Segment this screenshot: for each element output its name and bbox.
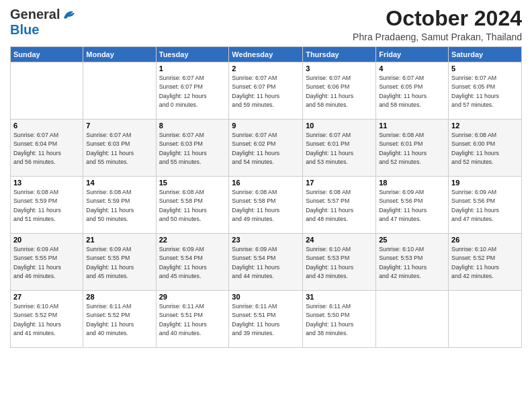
location: Phra Pradaeng, Samut Prakan, Thailand xyxy=(353,32,522,42)
logo-general: General xyxy=(10,7,60,22)
calendar-week-row-3: 13Sunrise: 6:08 AM Sunset: 5:59 PM Dayli… xyxy=(11,177,522,234)
day-info: Sunrise: 6:08 AM Sunset: 5:58 PM Dayligh… xyxy=(159,188,226,224)
day-info: Sunrise: 6:08 AM Sunset: 5:59 PM Dayligh… xyxy=(86,188,152,224)
day-info: Sunrise: 6:08 AM Sunset: 5:58 PM Dayligh… xyxy=(232,188,300,224)
col-friday: Friday xyxy=(376,47,449,62)
day-info: Sunrise: 6:07 AM Sunset: 6:04 PM Dayligh… xyxy=(13,131,80,167)
day-number: 14 xyxy=(86,179,152,187)
day-info: Sunrise: 6:11 AM Sunset: 5:52 PM Dayligh… xyxy=(86,302,152,338)
day-info: Sunrise: 6:09 AM Sunset: 5:56 PM Dayligh… xyxy=(451,188,519,224)
col-thursday: Thursday xyxy=(303,47,376,62)
day-number: 24 xyxy=(306,236,373,244)
day-number: 17 xyxy=(306,179,373,187)
col-saturday: Saturday xyxy=(449,47,522,62)
day-info: Sunrise: 6:10 AM Sunset: 5:52 PM Dayligh… xyxy=(451,245,519,281)
day-number: 18 xyxy=(379,179,445,187)
day-number: 5 xyxy=(451,64,519,73)
day-number: 30 xyxy=(232,293,300,301)
calendar-week-row-2: 6Sunrise: 6:07 AM Sunset: 6:04 PM Daylig… xyxy=(11,120,522,177)
calendar-cell: 7Sunrise: 6:07 AM Sunset: 6:03 PM Daylig… xyxy=(83,120,156,177)
day-number: 6 xyxy=(13,122,80,130)
calendar-cell: 25Sunrise: 6:10 AM Sunset: 5:53 PM Dayli… xyxy=(376,234,449,291)
day-number: 16 xyxy=(232,179,300,187)
day-info: Sunrise: 6:09 AM Sunset: 5:56 PM Dayligh… xyxy=(379,188,445,224)
day-info: Sunrise: 6:10 AM Sunset: 5:53 PM Dayligh… xyxy=(306,245,373,281)
day-info: Sunrise: 6:07 AM Sunset: 6:05 PM Dayligh… xyxy=(451,74,519,109)
day-number: 20 xyxy=(13,236,80,244)
calendar-cell: 4Sunrise: 6:07 AM Sunset: 6:05 PM Daylig… xyxy=(376,62,449,120)
calendar-table: Sunday Monday Tuesday Wednesday Thursday… xyxy=(10,46,522,348)
calendar-header-row: Sunday Monday Tuesday Wednesday Thursday… xyxy=(11,47,522,62)
day-number: 12 xyxy=(451,122,519,130)
day-info: Sunrise: 6:07 AM Sunset: 6:03 PM Dayligh… xyxy=(86,131,152,167)
day-number: 7 xyxy=(86,122,152,130)
calendar-cell: 23Sunrise: 6:09 AM Sunset: 5:54 PM Dayli… xyxy=(229,234,303,291)
day-info: Sunrise: 6:11 AM Sunset: 5:50 PM Dayligh… xyxy=(306,302,373,338)
day-info: Sunrise: 6:07 AM Sunset: 6:07 PM Dayligh… xyxy=(232,74,300,109)
calendar-cell: 1Sunrise: 6:07 AM Sunset: 6:07 PM Daylig… xyxy=(156,62,229,120)
day-number: 13 xyxy=(13,179,80,187)
day-info: Sunrise: 6:11 AM Sunset: 5:51 PM Dayligh… xyxy=(159,302,226,338)
calendar-cell: 6Sunrise: 6:07 AM Sunset: 6:04 PM Daylig… xyxy=(11,120,83,177)
day-info: Sunrise: 6:10 AM Sunset: 5:53 PM Dayligh… xyxy=(379,245,445,281)
calendar-cell: 29Sunrise: 6:11 AM Sunset: 5:51 PM Dayli… xyxy=(156,291,229,348)
day-info: Sunrise: 6:07 AM Sunset: 6:05 PM Dayligh… xyxy=(379,74,445,109)
day-number: 22 xyxy=(159,236,226,244)
day-number: 23 xyxy=(232,236,300,244)
day-number: 4 xyxy=(379,64,445,73)
calendar-cell: 13Sunrise: 6:08 AM Sunset: 5:59 PM Dayli… xyxy=(11,177,83,234)
day-info: Sunrise: 6:09 AM Sunset: 5:54 PM Dayligh… xyxy=(232,245,300,281)
day-number: 25 xyxy=(379,236,445,244)
day-info: Sunrise: 6:08 AM Sunset: 6:01 PM Dayligh… xyxy=(379,131,445,167)
calendar-cell: 10Sunrise: 6:07 AM Sunset: 6:01 PM Dayli… xyxy=(303,120,376,177)
day-info: Sunrise: 6:07 AM Sunset: 6:03 PM Dayligh… xyxy=(159,131,226,167)
title-section: October 2024 Phra Pradaeng, Samut Prakan… xyxy=(353,7,522,42)
day-number: 2 xyxy=(232,64,300,73)
col-tuesday: Tuesday xyxy=(156,47,229,62)
day-number: 29 xyxy=(159,293,226,301)
day-info: Sunrise: 6:08 AM Sunset: 6:00 PM Dayligh… xyxy=(451,131,519,167)
calendar-cell: 14Sunrise: 6:08 AM Sunset: 5:59 PM Dayli… xyxy=(83,177,156,234)
col-wednesday: Wednesday xyxy=(229,47,303,62)
month-title: October 2024 xyxy=(353,7,522,30)
calendar-cell: 15Sunrise: 6:08 AM Sunset: 5:58 PM Dayli… xyxy=(156,177,229,234)
day-number: 1 xyxy=(159,64,226,73)
calendar-cell: 19Sunrise: 6:09 AM Sunset: 5:56 PM Dayli… xyxy=(449,177,522,234)
calendar-week-row-1: 1Sunrise: 6:07 AM Sunset: 6:07 PM Daylig… xyxy=(11,62,522,120)
calendar-cell: 2Sunrise: 6:07 AM Sunset: 6:07 PM Daylig… xyxy=(229,62,303,120)
calendar-cell: 3Sunrise: 6:07 AM Sunset: 6:06 PM Daylig… xyxy=(303,62,376,120)
calendar-cell: 16Sunrise: 6:08 AM Sunset: 5:58 PM Dayli… xyxy=(229,177,303,234)
day-info: Sunrise: 6:09 AM Sunset: 5:55 PM Dayligh… xyxy=(86,245,152,281)
calendar-cell: 27Sunrise: 6:10 AM Sunset: 5:52 PM Dayli… xyxy=(11,291,83,348)
day-info: Sunrise: 6:07 AM Sunset: 6:02 PM Dayligh… xyxy=(232,131,300,167)
day-number: 19 xyxy=(451,179,519,187)
day-number: 10 xyxy=(306,122,373,130)
day-number: 15 xyxy=(159,179,226,187)
day-info: Sunrise: 6:07 AM Sunset: 6:01 PM Dayligh… xyxy=(306,131,373,167)
calendar-cell: 24Sunrise: 6:10 AM Sunset: 5:53 PM Dayli… xyxy=(303,234,376,291)
calendar-cell xyxy=(11,62,83,120)
day-number: 3 xyxy=(306,64,373,73)
day-number: 26 xyxy=(451,236,519,244)
col-monday: Monday xyxy=(83,47,156,62)
day-number: 9 xyxy=(232,122,300,130)
logo: General Blue xyxy=(10,7,76,38)
calendar-cell: 11Sunrise: 6:08 AM Sunset: 6:01 PM Dayli… xyxy=(376,120,449,177)
day-number: 8 xyxy=(159,122,226,130)
day-number: 27 xyxy=(13,293,80,301)
calendar-cell: 20Sunrise: 6:09 AM Sunset: 5:55 PM Dayli… xyxy=(11,234,83,291)
calendar-cell xyxy=(376,291,449,348)
calendar-cell: 8Sunrise: 6:07 AM Sunset: 6:03 PM Daylig… xyxy=(156,120,229,177)
day-info: Sunrise: 6:07 AM Sunset: 6:06 PM Dayligh… xyxy=(306,74,373,109)
calendar-cell: 5Sunrise: 6:07 AM Sunset: 6:05 PM Daylig… xyxy=(449,62,522,120)
day-info: Sunrise: 6:08 AM Sunset: 5:59 PM Dayligh… xyxy=(13,188,80,224)
calendar-cell: 21Sunrise: 6:09 AM Sunset: 5:55 PM Dayli… xyxy=(83,234,156,291)
day-number: 21 xyxy=(86,236,152,244)
calendar-week-row-5: 27Sunrise: 6:10 AM Sunset: 5:52 PM Dayli… xyxy=(11,291,522,348)
calendar-cell: 31Sunrise: 6:11 AM Sunset: 5:50 PM Dayli… xyxy=(303,291,376,348)
page: General Blue October 2024 Phra Pradaeng,… xyxy=(0,0,532,411)
calendar-cell: 9Sunrise: 6:07 AM Sunset: 6:02 PM Daylig… xyxy=(229,120,303,177)
logo-bird-icon xyxy=(61,9,76,21)
calendar-cell: 18Sunrise: 6:09 AM Sunset: 5:56 PM Dayli… xyxy=(376,177,449,234)
logo-blue: Blue xyxy=(10,22,39,37)
